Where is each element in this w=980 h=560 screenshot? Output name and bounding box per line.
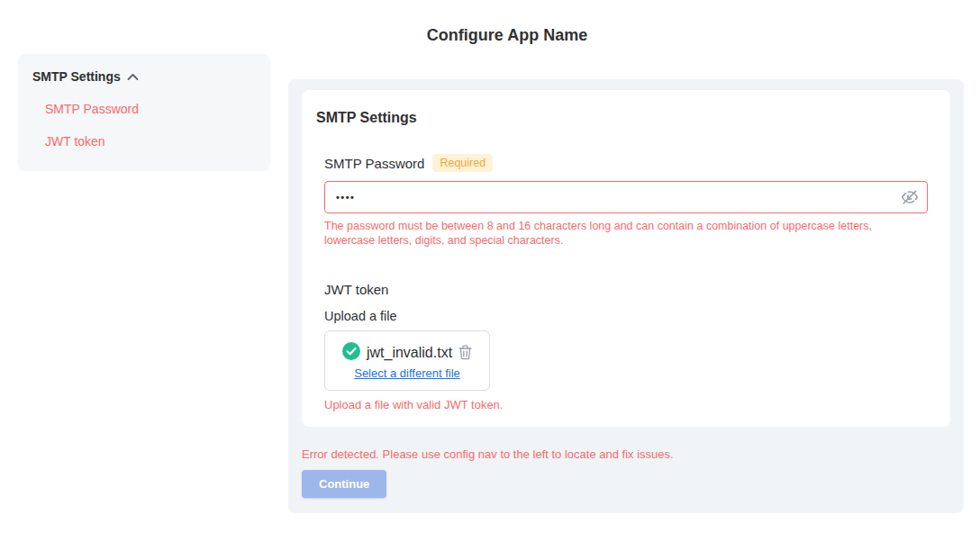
sidebar-section-smtp-settings[interactable]: SMTP Settings [32, 69, 256, 84]
config-panel: SMTP Settings SMTP Password Required The… [288, 79, 964, 513]
select-different-file-link[interactable]: Select a different file [354, 366, 460, 380]
chevron-up-icon[interactable] [127, 73, 139, 81]
sidebar-item-jwt-token[interactable]: JWT token [45, 134, 256, 149]
smtp-settings-card: SMTP Settings SMTP Password Required The… [302, 90, 950, 427]
jwt-token-label: JWT token [324, 282, 928, 297]
delete-file-icon[interactable] [458, 345, 472, 360]
sidebar-section-label: SMTP Settings [32, 69, 121, 84]
smtp-password-error: The password must be between 8 and 16 ch… [324, 219, 919, 248]
page-title: Configure App Name [0, 26, 980, 45]
smtp-password-field [324, 181, 928, 213]
uploaded-file-row: jwt_invalid.txt [342, 342, 472, 364]
uploaded-filename: jwt_invalid.txt [367, 345, 452, 361]
eye-off-icon[interactable] [902, 189, 918, 205]
footer-error-message: Error detected. Please use config nav to… [302, 447, 950, 461]
success-check-icon [342, 342, 360, 364]
upload-file-label: Upload a file [324, 309, 928, 323]
smtp-password-label-row: SMTP Password Required [324, 154, 928, 172]
smtp-password-input[interactable] [336, 192, 902, 203]
required-badge: Required [432, 154, 493, 172]
sidebar-item-smtp-password[interactable]: SMTP Password [45, 102, 256, 116]
card-title: SMTP Settings [316, 110, 928, 126]
smtp-settings-form: SMTP Password Required The password must… [324, 154, 928, 412]
smtp-password-label: SMTP Password [324, 156, 424, 171]
jwt-token-error: Upload a file with valid JWT token. [324, 398, 919, 412]
config-nav-sidebar: SMTP Settings SMTP Password JWT token [18, 54, 270, 171]
continue-button[interactable]: Continue [302, 470, 386, 498]
file-upload-box: jwt_invalid.txt Select a different file [324, 330, 490, 391]
